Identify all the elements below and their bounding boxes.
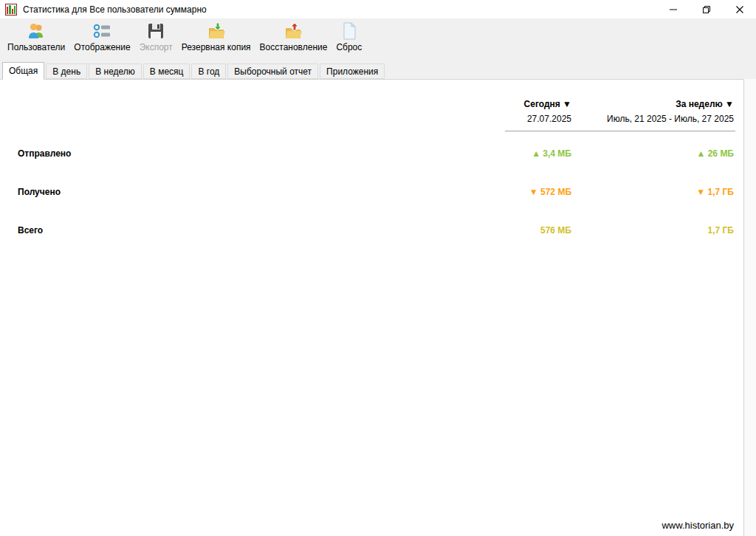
reset-button[interactable]: Сброс: [331, 20, 366, 55]
tab-monthly[interactable]: В месяц: [143, 63, 190, 79]
tab-daily[interactable]: В день: [46, 63, 87, 79]
window-controls: [656, 0, 756, 18]
column-today-title[interactable]: Сегодня ▼: [409, 99, 571, 109]
display-options-button[interactable]: Отображение: [69, 20, 134, 55]
tab-weekly[interactable]: В неделю: [89, 63, 142, 79]
row-label: Отправлено: [18, 148, 409, 159]
table-row-sent: Отправлено ▲ 3,4 МБ ▲ 26 МБ: [18, 148, 734, 159]
users-button[interactable]: Пользователи: [3, 20, 69, 55]
table-row-received: Получено ▼ 572 МБ ▼ 1,7 ГБ: [18, 186, 734, 198]
row-label: Получено: [18, 187, 409, 197]
tabstrip: Общая В день В неделю В месяц В год Выбо…: [0, 61, 756, 79]
column-today[interactable]: Сегодня ▼ 27.07.2025: [409, 99, 571, 124]
received-week-value: ▼ 1,7 ГБ: [571, 187, 734, 197]
sent-today-value: ▲ 3,4 МБ: [409, 148, 571, 159]
export-button[interactable]: Экспорт: [135, 20, 177, 55]
row-label: Всего: [18, 225, 409, 236]
tab-applications[interactable]: Приложения: [320, 63, 385, 79]
total-today-value: 576 МБ: [409, 225, 571, 236]
folder-backup-icon: [207, 21, 226, 41]
column-today-subtitle: 27.07.2025: [409, 114, 571, 124]
tab-general[interactable]: Общая: [2, 62, 44, 80]
stats-header: Сегодня ▼ 27.07.2025 За неделю ▼ Июль, 2…: [18, 99, 734, 124]
column-week[interactable]: За неделю ▼ Июль, 21 2025 - Июль, 27 202…: [571, 99, 734, 124]
header-separator: [505, 131, 735, 131]
users-icon: [27, 21, 46, 41]
blank-page-icon: [340, 21, 359, 41]
sent-week-value: ▲ 26 МБ: [571, 148, 734, 159]
toolbar: Пользователи Отображение: [0, 18, 756, 61]
toolbar-label: Экспорт: [140, 42, 173, 52]
display-options-icon: [92, 21, 111, 41]
received-today-value: ▼ 572 МБ: [409, 187, 571, 197]
save-floppy-icon: [146, 21, 165, 41]
toolbar-label: Резервная копия: [182, 42, 251, 52]
minimize-button[interactable]: [656, 0, 690, 18]
toolbar-label: Восстановление: [260, 42, 328, 52]
folder-restore-icon: [284, 21, 303, 41]
window-title: Статистика для Все пользователи суммарно: [23, 4, 207, 15]
restore-backup-button[interactable]: Восстановление: [255, 20, 332, 55]
total-week-value: 1,7 ГБ: [571, 225, 734, 236]
toolbar-label: Сброс: [336, 42, 362, 52]
restore-button[interactable]: [690, 0, 723, 18]
website-link[interactable]: www.historian.by: [662, 520, 734, 531]
tab-yearly[interactable]: В год: [191, 63, 226, 79]
app-window: Статистика для Все пользователи суммарно: [0, 0, 756, 536]
column-week-title[interactable]: За неделю ▼: [571, 99, 734, 109]
backup-button[interactable]: Резервная копия: [177, 20, 255, 55]
app-barchart-icon: [5, 4, 17, 16]
general-tab-pane: Сегодня ▼ 27.07.2025 За неделю ▼ Июль, 2…: [0, 79, 744, 536]
toolbar-label: Пользователи: [7, 42, 65, 52]
tab-custom-report[interactable]: Выборочный отчет: [227, 63, 318, 79]
content-area: Сегодня ▼ 27.07.2025 За неделю ▼ Июль, 2…: [0, 79, 756, 536]
column-week-subtitle: Июль, 21 2025 - Июль, 27 2025: [571, 114, 734, 124]
toolbar-label: Отображение: [74, 42, 130, 52]
table-row-total: Всего 576 МБ 1,7 ГБ: [18, 224, 734, 236]
titlebar: Статистика для Все пользователи суммарно: [0, 0, 756, 18]
close-button[interactable]: [723, 0, 756, 18]
